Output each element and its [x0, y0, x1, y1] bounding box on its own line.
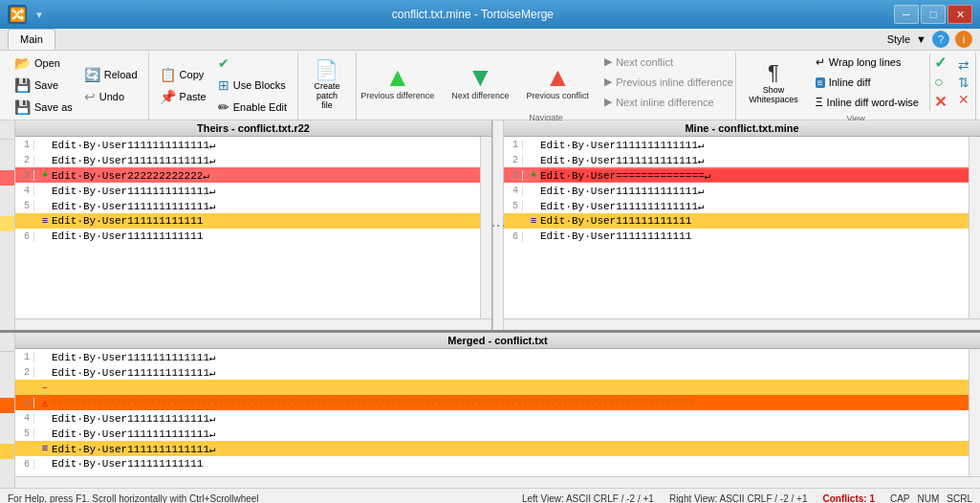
check-option-3[interactable]: ✕	[934, 93, 948, 111]
next-difference-button[interactable]: ▼ Next difference	[445, 59, 515, 105]
merged-hscroll[interactable]	[15, 476, 980, 488]
top-panes: Theirs - conflict.txt.r22 1 Edit·By·User…	[0, 120, 980, 330]
check-option-2[interactable]: ○	[934, 74, 948, 91]
merged-left-margin	[0, 333, 15, 488]
mine-line-4: 4 Edit·By·User1111111111111↵	[504, 183, 969, 198]
info-icon[interactable]: i	[955, 31, 972, 48]
patch-group: 📄 Create patch file	[298, 53, 357, 120]
next-conflict-icon: ▶	[604, 55, 612, 68]
theirs-line-1: 1 Edit·By·User1111111111111↵	[15, 137, 480, 152]
prev-diff-label: Previous difference	[360, 91, 434, 100]
status-caps: CAP	[890, 493, 910, 503]
mine-hscroll[interactable]	[504, 318, 980, 330]
save-button[interactable]: 💾 Save	[10, 75, 77, 96]
wrap-long-lines-button[interactable]: ↵ Wrap long lines	[811, 53, 924, 72]
theirs-line-4: 4 Edit·By·User1111111111111↵	[15, 183, 480, 198]
next-diff-label: Next difference	[451, 91, 509, 100]
status-help: For Help, press F1. Scroll horizontally …	[8, 493, 522, 503]
tab-main[interactable]: Main	[8, 29, 55, 50]
use-blocks-button[interactable]: ⊞ Use Blocks	[213, 75, 292, 96]
merged-line-deleted: ≡ Edit·By·User1111111111111↵	[15, 441, 969, 456]
edit-group: 📋 Copy 📌 Paste ✔ ⊞ Use Blocks	[149, 53, 298, 120]
prev-conflict-button[interactable]: ▲ Previous conflict	[520, 59, 597, 105]
help-icon[interactable]: ?	[932, 31, 949, 48]
patch-label: Create patch file	[311, 81, 343, 110]
editor-area: Theirs - conflict.txt.r22 1 Edit·By·User…	[0, 120, 980, 488]
theirs-scrollbar[interactable]	[480, 137, 491, 318]
style-dropdown-icon[interactable]: ▼	[916, 33, 926, 45]
view-opt-3-icon: ✕	[958, 92, 969, 107]
next-conflict-button[interactable]: ▶ Next conflict	[599, 53, 738, 71]
mine-line-5: 5 Edit·By·User1111111111111↵	[504, 198, 969, 213]
status-scrl: SCRL	[947, 493, 972, 503]
view-opt-2[interactable]: ⇅	[958, 75, 969, 90]
window-controls[interactable]: ─ □ ✕	[894, 5, 972, 24]
title-bar: 🔀 ▼ conflict.txt.mine - TortoiseMerge ─ …	[0, 0, 980, 29]
paste-button[interactable]: 📌 Paste	[155, 86, 211, 107]
status-conflicts: Conflicts: 1	[823, 493, 875, 503]
enable-edit-button[interactable]: ✏ Enable Edit	[213, 97, 292, 118]
app-icon: 🔀	[8, 5, 27, 24]
maximize-button[interactable]: □	[921, 5, 946, 24]
left-margin	[0, 120, 15, 330]
theirs-line-deleted: ≡ Edit·By·User111111111111	[15, 213, 480, 229]
window-title: conflict.txt.mine - TortoiseMerge	[52, 8, 894, 21]
close-button[interactable]: ✕	[947, 5, 972, 24]
show-whitespaces-button[interactable]: ¶ Show Whitespaces	[742, 55, 805, 109]
merged-line-2: 2 Edit·By·User1111111111111↵	[15, 364, 969, 380]
theirs-content[interactable]: 1 Edit·By·User1111111111111↵ 2 Edit·By·U…	[15, 137, 491, 318]
prev-conflict-icon: ▲	[545, 64, 572, 91]
merged-row: Merged - conflict.txt 1 Edit·By·User1111…	[0, 333, 980, 488]
create-patch-button[interactable]: 📄 Create patch file	[304, 54, 350, 115]
merged-content[interactable]: 1 Edit·By·User1111111111111↵ 2 Edit·By·U…	[15, 349, 980, 476]
checkmark-1-icon: ✓	[934, 54, 947, 72]
arrows-icon: ⇄	[958, 57, 969, 73]
minimize-button[interactable]: ─	[894, 5, 919, 24]
view-opt-arrows[interactable]: ⇄	[958, 57, 969, 73]
view-opt-3[interactable]: ✕	[958, 92, 969, 107]
merged-header: Merged - conflict.txt	[15, 333, 980, 349]
theirs-line-3: 3 + Edit·By·User222222222222↵	[15, 167, 480, 183]
prev-inline-button[interactable]: ▶ Previous inline difference	[599, 73, 738, 91]
merged-line-sep: –	[15, 380, 969, 395]
mine-line-2: 2 Edit·By·User1111111111111↵	[504, 152, 969, 167]
wrap-icon: ↵	[816, 55, 825, 69]
mine-line-6: 6 Edit·By·User111111111111	[504, 229, 969, 244]
mine-pane: Mine - conflict.txt.mine 1 Edit·By·User1…	[504, 120, 980, 330]
merged-line-1: 1 Edit·By·User1111111111111↵	[15, 349, 969, 364]
pane-splitter[interactable]: ⋮	[492, 120, 504, 330]
save-as-button[interactable]: 💾 Save as	[10, 97, 77, 118]
mine-content[interactable]: 1 Edit·By·User1111111111111↵ 2 Edit·By·U…	[504, 137, 980, 318]
merged-pane: Merged - conflict.txt 1 Edit·By·User1111…	[0, 330, 980, 488]
checkmark-2-icon: ○	[934, 74, 944, 91]
merged-scrollbar[interactable]	[969, 349, 980, 476]
next-arrow-icon: ▼	[468, 64, 494, 91]
inline-diff-word-button[interactable]: Ξ Inline diff word-wise	[811, 93, 924, 112]
x-icon: ✕	[934, 93, 947, 111]
mine-line-3: 3 + Edit·By·User==============↵	[504, 167, 969, 183]
next-inline-button[interactable]: ▶ Next inline difference	[599, 93, 738, 111]
inline-diff-icon: ≡	[816, 77, 825, 88]
inline-diff-button[interactable]: ≡ Inline diff	[811, 74, 924, 91]
undo-button[interactable]: ↩ Undo	[79, 86, 142, 107]
reload-button[interactable]: 🔄 Reload	[79, 64, 142, 85]
merged-line-3: 3 ⚠ ????????????????????????????????????…	[15, 395, 969, 410]
patch-icon: 📄	[315, 58, 338, 81]
mine-scrollbar[interactable]	[969, 137, 980, 318]
status-right-view: Right View: ASCII CRLF / -2 / +1	[669, 493, 808, 503]
check-option-1[interactable]: ✓	[934, 54, 948, 72]
merged-content-area: Merged - conflict.txt 1 Edit·By·User1111…	[15, 333, 980, 488]
apply-button[interactable]: ✔	[213, 53, 292, 74]
prev-difference-button[interactable]: ▲ Previous difference	[354, 59, 441, 105]
open-button[interactable]: 📂 Open	[10, 53, 77, 74]
style-label: Style	[887, 33, 910, 45]
navigate-group: ▲ Previous difference ▼ Next difference …	[357, 53, 736, 120]
theirs-line-5: 5 Edit·By·User1111111111111↵	[15, 198, 480, 213]
prev-arrow-icon: ▲	[384, 64, 411, 91]
merged-line-5: 5 Edit·By·User1111111111111↵	[15, 426, 969, 441]
theirs-hscroll[interactable]	[15, 318, 491, 330]
view-group: ¶ Show Whitespaces ↵ Wrap long lines ≡ I…	[736, 53, 976, 120]
status-bar: For Help, press F1. Scroll horizontally …	[0, 488, 980, 503]
copy-button[interactable]: 📋 Copy	[155, 64, 211, 85]
window-chrome: ▼	[34, 10, 44, 20]
